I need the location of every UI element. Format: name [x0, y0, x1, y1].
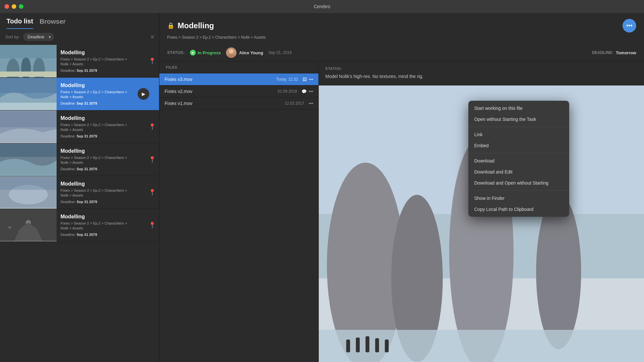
tab-todo[interactable]: Todo list: [7, 18, 33, 29]
list-item-path: Fixies > Season 2 > Ep.2 > Charachters >…: [60, 221, 156, 231]
ctx-open-no-start[interactable]: Open without Starting the Task: [468, 114, 569, 125]
ctx-download-edit[interactable]: Download and Edit: [468, 166, 569, 177]
file-row[interactable]: Fixies v2.mov 31.09.2018 💬 •••: [159, 85, 318, 97]
list-item[interactable]: Modelling Fixies > Season 2 > Ep.2 > Cha…: [0, 143, 159, 176]
ctx-group-open: Start working on this file Open without …: [468, 101, 569, 127]
sort-select[interactable]: Deadline: [23, 33, 54, 41]
list-item-content: Modelling Fixies > Season 2 > Ep.2 > Cha…: [57, 143, 159, 176]
close-traffic-light[interactable]: [5, 4, 9, 9]
svg-rect-31: [356, 338, 360, 353]
tabs-bar: Todo list Browser: [0, 13, 159, 29]
list-item[interactable]: Modelling Fixies > Season 2 > Ep.2 > Cha…: [0, 176, 159, 209]
ctx-download-open-no-start[interactable]: Download and Open without Starting: [468, 177, 569, 188]
list-item-title: Modelling: [60, 83, 156, 88]
play-icon-wrap[interactable]: ▶: [138, 88, 149, 100]
breadcrumb: Fixies > Season 2 > Ep.2 > Charachters >…: [167, 35, 636, 40]
detail-header: 🔒 Modelling ••• Fixies > Season 2 > Ep.2…: [159, 13, 644, 44]
status-panel-label: STATUS:: [325, 67, 637, 71]
detail-title-row: 🔒 Modelling •••: [167, 19, 636, 32]
ctx-start-working[interactable]: Start working on this file: [468, 103, 569, 114]
list-item-content: Modelling Fixies > Season 2 > Ep.2 > Cha…: [57, 45, 159, 77]
file-date: 31.09.2018: [277, 89, 297, 94]
sort-select-wrap[interactable]: Deadline: [23, 33, 54, 41]
left-panel: Todo list Browser Sort by: Deadline ≡: [0, 13, 159, 362]
file-preview-icon[interactable]: 🖼: [302, 77, 307, 82]
status-play-icon: ▶: [190, 50, 196, 56]
list-item-path: Fixies > Season 2 > Ep.2 > Charachters >…: [60, 57, 156, 67]
file-row[interactable]: Fixies v3.mov Today, 12:32 🖼 •••: [159, 73, 318, 85]
list-container: Modelling Fixies > Season 2 > Ep.2 > Cha…: [0, 45, 159, 362]
file-row[interactable]: Fixies v1.mov 12.02.2017 •••: [159, 97, 318, 110]
status-panel: STATUS: Model Nolik's high-res. No textu…: [319, 61, 644, 85]
list-item-path: Fixies > Season 2 > Ep.2 > Charachters >…: [60, 123, 156, 133]
list-item-title: Modelling: [60, 214, 156, 220]
filter-icon[interactable]: ≡: [151, 34, 154, 40]
minimize-traffic-light[interactable]: [12, 4, 16, 9]
status-value: In Progress: [198, 50, 221, 55]
pin-icon: 📍: [149, 156, 156, 163]
file-more-icon[interactable]: •••: [309, 77, 313, 82]
tab-browser[interactable]: Browser: [40, 18, 66, 29]
fullscreen-traffic-light[interactable]: [19, 4, 23, 9]
list-item-deadline: Deadline: Sep 31 2079: [60, 134, 156, 138]
svg-rect-30: [346, 340, 350, 353]
svg-point-28: [536, 195, 581, 349]
svg-rect-10: [0, 111, 57, 127]
file-actions: 🖼 •••: [302, 77, 313, 82]
list-item-deadline: Deadline: Sep 31 2079: [60, 167, 156, 171]
pin-icon: 📍: [149, 189, 156, 196]
status-label: STATUS:: [167, 50, 185, 55]
svg-rect-33: [375, 338, 379, 353]
file-comment-icon[interactable]: 💬: [302, 89, 307, 94]
thumbnail: [0, 110, 57, 143]
ctx-embed[interactable]: Embed: [468, 140, 569, 151]
svg-point-20: [229, 49, 234, 54]
svg-rect-5: [0, 45, 57, 58]
svg-point-18: [8, 226, 11, 229]
status-row: STATUS: ▶ In Progress Alice Young Sep 31…: [159, 44, 644, 61]
file-actions: •••: [309, 101, 313, 106]
context-menu: Start working on this file Open without …: [468, 101, 569, 217]
list-item-deadline: Deadline: Sep 31 2079: [60, 69, 156, 72]
ctx-download[interactable]: Download: [468, 155, 569, 166]
list-item-content: Modelling Fixies > Season 2 > Ep.2 > Cha…: [57, 110, 159, 143]
ctx-show-finder[interactable]: Show in Finder: [468, 193, 569, 204]
pin-icon: 📍: [149, 58, 156, 65]
svg-rect-7: [0, 78, 57, 93]
list-item-content: Modelling Fixies > Season 2 > Ep.2 > Cha…: [57, 78, 159, 110]
pin-icon: 📍: [149, 222, 156, 229]
svg-rect-8: [0, 103, 57, 110]
date-text: Sep 31, 2018: [268, 50, 291, 55]
file-date: 12.02.2017: [285, 101, 304, 106]
avatar: [226, 47, 236, 58]
list-item-content: Modelling Fixies > Season 2 > Ep.2 > Cha…: [57, 209, 159, 241]
list-item-title: Modelling: [60, 148, 156, 154]
list-item-deadline: Deadline: Sep 31 2079: [60, 200, 156, 204]
sort-value: Deadline: [28, 34, 44, 39]
svg-rect-4: [0, 71, 57, 77]
ctx-link[interactable]: Link: [468, 129, 569, 140]
app-title: Cerebro: [314, 4, 330, 9]
traffic-lights: [5, 4, 23, 9]
list-item-content: Modelling Fixies > Season 2 > Ep.2 > Cha…: [57, 176, 159, 209]
list-item[interactable]: Modelling Fixies > Season 2 > Ep.2 > Cha…: [0, 78, 159, 110]
app-container: Todo list Browser Sort by: Deadline ≡: [0, 13, 644, 362]
list-item[interactable]: Modelling Fixies > Season 2 > Ep.2 > Cha…: [0, 209, 159, 242]
svg-rect-15: [0, 177, 57, 190]
deadline-label: DEADLINE:: [592, 50, 613, 55]
play-icon[interactable]: ▶: [138, 88, 149, 100]
lock-icon: 🔒: [167, 22, 174, 29]
deadline-section: DEADLINE: Tomorrow: [592, 50, 636, 55]
file-more-icon[interactable]: •••: [309, 89, 313, 94]
list-item[interactable]: Modelling Fixies > Season 2 > Ep.2 > Cha…: [0, 110, 159, 143]
file-name: Fixies v1.mov: [165, 101, 282, 106]
sort-bar: Sort by: Deadline ≡: [0, 29, 159, 45]
list-item-title: Modelling: [60, 50, 156, 56]
more-button[interactable]: •••: [623, 19, 636, 32]
detail-body: FILES Fixies v3.mov Today, 12:32 🖼 ••• F…: [159, 61, 644, 362]
list-item[interactable]: Modelling Fixies > Season 2 > Ep.2 > Cha…: [0, 45, 159, 78]
file-more-icon[interactable]: •••: [309, 101, 313, 106]
avatar-wrap: Alice Young: [226, 47, 263, 58]
file-date: Today, 12:32: [276, 77, 298, 82]
ctx-copy-path[interactable]: Copy Local Path to Clipboard: [468, 204, 569, 215]
